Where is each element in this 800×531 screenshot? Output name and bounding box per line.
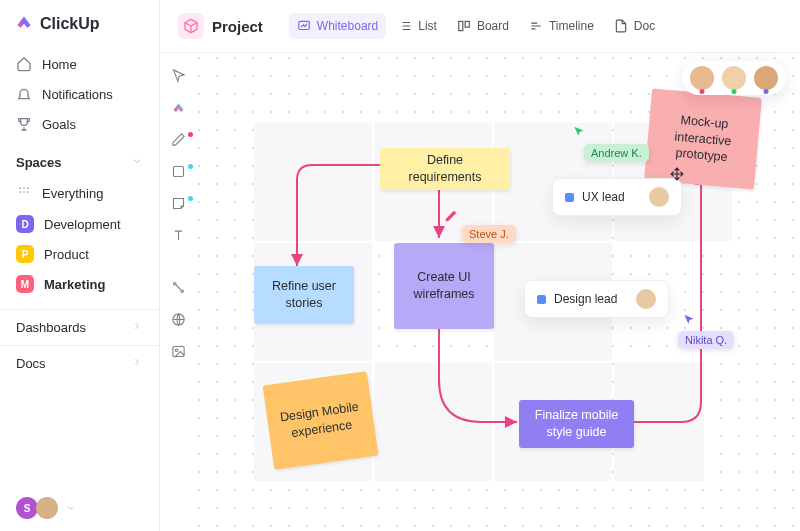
collaborator-cursor-icon <box>682 313 696 330</box>
board-icon <box>457 19 471 33</box>
nav-notifications[interactable]: Notifications <box>0 79 159 109</box>
user-avatar[interactable] <box>36 497 58 519</box>
space-label: Product <box>44 247 89 262</box>
space-marketing[interactable]: M Marketing <box>0 269 159 299</box>
sticky-note-wireframes[interactable]: Create UI wireframes <box>394 243 494 329</box>
status-icon <box>537 295 546 304</box>
space-label: Development <box>44 217 121 232</box>
sticky-note-finalize[interactable]: Finalize mobile style guide <box>519 400 634 448</box>
tool-connector[interactable] <box>167 276 189 298</box>
tab-label: List <box>418 19 437 33</box>
svg-point-3 <box>19 191 21 193</box>
assignee-avatar[interactable] <box>636 289 656 309</box>
brand-name: ClickUp <box>40 15 100 33</box>
space-badge: D <box>16 215 34 233</box>
tool-image[interactable] <box>167 340 189 362</box>
tool-shape[interactable] <box>167 160 189 182</box>
user-avatar[interactable]: S <box>16 497 38 519</box>
docs-section[interactable]: Docs <box>0 345 159 381</box>
trophy-icon <box>16 116 32 132</box>
nav-goals-label: Goals <box>42 117 76 132</box>
collaborator-tag: Nikita Q. <box>678 331 734 349</box>
note-text: Create UI wireframes <box>406 269 482 303</box>
project-title: Project <box>212 18 263 35</box>
sticky-note-design-mobile[interactable]: Design Mobile experience <box>263 371 379 470</box>
note-text: Refine user stories <box>266 278 342 312</box>
tool-pointer[interactable] <box>167 64 189 86</box>
space-product[interactable]: P Product <box>0 239 159 269</box>
collaborator-cursor-icon <box>572 125 586 142</box>
whiteboard-canvas[interactable]: Define requirements Refine user stories … <box>194 53 800 531</box>
docs-label: Docs <box>16 356 46 371</box>
space-badge: M <box>16 275 34 293</box>
svg-point-14 <box>175 349 178 352</box>
sidebar: ClickUp Home Notifications Goals Spaces … <box>0 0 160 531</box>
dashboards-label: Dashboards <box>16 320 86 335</box>
main: Project Whiteboard List Board Timeline <box>160 0 800 531</box>
note-text: Design Mobile experience <box>278 398 363 443</box>
svg-rect-13 <box>172 346 183 356</box>
presence-avatar[interactable] <box>690 66 714 90</box>
chevron-down-icon[interactable] <box>66 501 76 516</box>
collaborator-tag: Andrew K. <box>584 144 649 162</box>
chevron-down-icon <box>131 155 143 170</box>
project-chip[interactable]: Project <box>170 7 271 45</box>
chevron-right-icon <box>131 320 143 335</box>
tab-label: Whiteboard <box>317 19 378 33</box>
spaces-header[interactable]: Spaces <box>0 143 159 178</box>
assignee-avatar[interactable] <box>649 187 669 207</box>
task-label: Design lead <box>554 292 617 306</box>
space-badge: P <box>16 245 34 263</box>
primary-nav: Home Notifications Goals <box>0 45 159 143</box>
nav-home[interactable]: Home <box>0 49 159 79</box>
timeline-icon <box>529 19 543 33</box>
space-everything[interactable]: Everything <box>0 178 159 209</box>
svg-rect-8 <box>465 21 469 27</box>
nav-goals[interactable]: Goals <box>0 109 159 139</box>
note-text: Mock-up interactive prototype <box>658 110 748 168</box>
list-icon <box>398 19 412 33</box>
presence-avatar[interactable] <box>722 66 746 90</box>
nav-home-label: Home <box>42 57 77 72</box>
pencil-icon <box>444 209 458 226</box>
clickup-logo-icon <box>14 12 34 35</box>
tab-list[interactable]: List <box>390 13 445 39</box>
tool-pen[interactable] <box>167 128 189 150</box>
task-label: UX lead <box>582 190 625 204</box>
brand: ClickUp <box>0 0 159 45</box>
tab-timeline[interactable]: Timeline <box>521 13 602 39</box>
tab-board[interactable]: Board <box>449 13 517 39</box>
sidebar-footer: S <box>0 485 159 531</box>
task-card-design-lead[interactable]: Design lead <box>524 280 669 318</box>
tool-text[interactable] <box>167 224 189 246</box>
tab-label: Board <box>477 19 509 33</box>
canvas-grid-tile <box>374 363 492 481</box>
tool-clickup-task[interactable] <box>167 96 189 118</box>
tab-doc[interactable]: Doc <box>606 13 663 39</box>
status-icon <box>565 193 574 202</box>
sticky-note-mockup[interactable]: Mock-up interactive prototype <box>644 88 762 189</box>
view-tabs: Whiteboard List Board Timeline Doc <box>289 13 663 39</box>
dashboards-section[interactable]: Dashboards <box>0 309 159 345</box>
svg-point-4 <box>23 191 25 193</box>
svg-rect-9 <box>173 166 183 176</box>
tool-web[interactable] <box>167 308 189 330</box>
svg-point-10 <box>173 282 176 285</box>
note-text: Define requirements <box>392 152 498 186</box>
collaborator-tag: Steve J. <box>462 225 516 243</box>
sticky-note-refine[interactable]: Refine user stories <box>254 266 354 324</box>
presence-bar <box>682 61 786 95</box>
task-card-ux-lead[interactable]: UX lead <box>552 178 682 216</box>
nav-notifications-label: Notifications <box>42 87 113 102</box>
space-development[interactable]: D Development <box>0 209 159 239</box>
tab-whiteboard[interactable]: Whiteboard <box>289 13 386 39</box>
cube-icon <box>178 13 204 39</box>
sticky-note-define[interactable]: Define requirements <box>380 148 510 190</box>
move-icon[interactable] <box>670 167 684 181</box>
home-icon <box>16 56 32 72</box>
svg-point-5 <box>27 191 29 193</box>
tool-sticky[interactable] <box>167 192 189 214</box>
presence-avatar[interactable] <box>754 66 778 90</box>
canvas-grid-tile <box>254 123 372 241</box>
svg-rect-7 <box>459 21 463 30</box>
